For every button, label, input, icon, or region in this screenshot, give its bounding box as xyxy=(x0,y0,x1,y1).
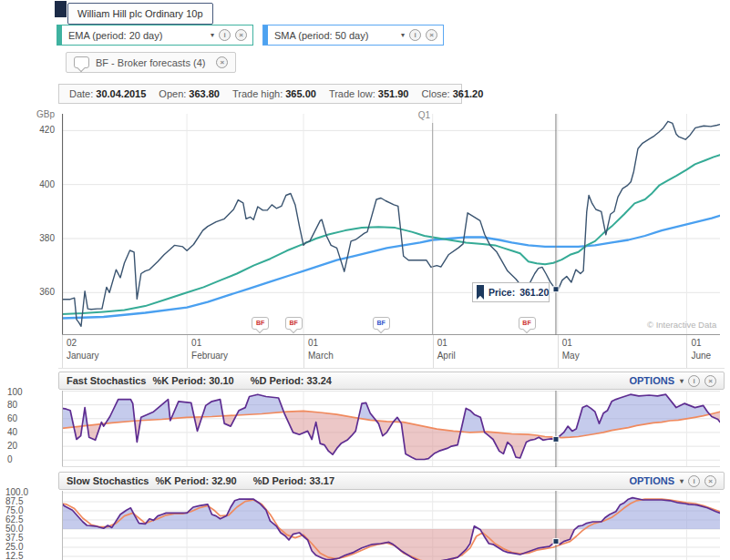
date-item: Date:30.04.2015 xyxy=(69,88,146,99)
ema-indicator-select[interactable]: EMA (period: 20 day) ▾ i × xyxy=(57,25,253,46)
options-menu[interactable]: OPTIONS xyxy=(629,375,674,386)
fast-k-value: %K Period: 30.10 xyxy=(152,375,233,386)
fast-crosshair-marker xyxy=(553,436,559,442)
fast-ytick-label: 80 xyxy=(7,401,17,410)
trade-low-item: Trade low:351.90 xyxy=(329,88,409,99)
price-tooltip-label: Price: xyxy=(488,287,515,298)
bf-marker[interactable]: BF xyxy=(519,317,536,330)
fast-ytick-label: 0 xyxy=(7,455,13,464)
bf-flag-icon xyxy=(74,56,89,68)
main-ytick-label: 400 xyxy=(18,180,55,189)
month-separator xyxy=(62,335,63,368)
fast-ytick-label: 40 xyxy=(7,428,17,437)
chevron-down-icon[interactable]: ▾ xyxy=(211,31,214,39)
info-icon[interactable]: i xyxy=(688,475,700,487)
slow-stochastics-title: Slow Stochastics xyxy=(67,475,149,486)
broker-forecasts-chip[interactable]: BF - Broker forecasts (4) × xyxy=(66,52,236,73)
price-flag-icon xyxy=(477,285,484,300)
tab-accent-block xyxy=(55,1,67,17)
month-name-label: April xyxy=(437,351,456,361)
slow-k-value: %K Period: 32.90 xyxy=(155,475,236,486)
slow-crosshair-marker xyxy=(553,539,559,545)
sma-indicator-select[interactable]: SMA (period: 50 day) ▾ i × xyxy=(262,25,444,46)
month-day-label: 01 xyxy=(308,338,318,348)
slow-ytick-label: 75.0 xyxy=(5,506,23,515)
info-icon[interactable]: i xyxy=(688,375,700,387)
close-icon[interactable]: × xyxy=(235,29,247,41)
copyright-notice: © Interactive Data xyxy=(647,320,716,330)
month-day-label: 02 xyxy=(67,338,77,348)
slow-ytick-label: 37.5 xyxy=(5,534,23,543)
close-icon[interactable]: × xyxy=(426,29,437,41)
info-icon[interactable]: i xyxy=(219,29,231,41)
y-axis-unit-label: GBp xyxy=(18,109,55,119)
main-ytick-label: 420 xyxy=(18,126,55,135)
price-tooltip-value: 361.20 xyxy=(519,287,549,298)
chevron-down-icon[interactable]: ▾ xyxy=(680,477,684,485)
fast-ytick-label: 60 xyxy=(7,414,17,423)
fast-d-value: %D Period: 33.24 xyxy=(251,375,332,386)
fast-stochastics-header: Fast Stochastics %K Period: 30.10 %D Per… xyxy=(58,372,725,390)
stock-chart-application: William Hill plc Ordinary 10p EMA (perio… xyxy=(0,0,730,560)
close-item: Close:361.20 xyxy=(422,88,484,99)
options-menu[interactable]: OPTIONS xyxy=(629,475,674,486)
sma-indicator-label: SMA (period: 50 day) xyxy=(268,30,396,41)
main-ytick-label: 360 xyxy=(18,288,55,297)
slow-ytick-label: 100.0 xyxy=(5,488,28,497)
trade-high-item: Trade high:365.00 xyxy=(232,88,316,99)
info-icon[interactable]: i xyxy=(409,29,421,41)
slow-ytick-label: 25.0 xyxy=(5,543,23,552)
bf-marker[interactable]: BF xyxy=(285,317,303,330)
month-name-label: May xyxy=(562,351,580,361)
fast-stochastics-chart[interactable] xyxy=(62,391,720,467)
price-tooltip: Price: 361.20 xyxy=(472,282,550,302)
month-day-label: 01 xyxy=(691,338,701,348)
slow-ytick-label: 50.0 xyxy=(5,524,23,534)
main-price-chart[interactable] xyxy=(62,114,720,335)
chevron-down-icon[interactable]: ▾ xyxy=(680,377,684,385)
month-name-label: January xyxy=(67,351,99,361)
chevron-down-icon[interactable]: ▾ xyxy=(401,31,405,39)
close-icon[interactable]: × xyxy=(216,56,228,68)
slow-stochastics-header: Slow Stochastics %K Period: 32.90 %D Per… xyxy=(58,472,725,490)
ohlc-summary-bar: Date:30.04.2015 Open:363.80 Trade high:3… xyxy=(58,84,462,104)
slow-stochastics-chart[interactable] xyxy=(62,491,720,560)
main-crosshair-marker xyxy=(553,287,559,292)
slow-ytick-label: 12.5 xyxy=(5,552,23,560)
close-icon[interactable]: × xyxy=(704,475,716,487)
month-name-label: March xyxy=(308,351,334,361)
instrument-tab[interactable]: William Hill plc Ordinary 10p xyxy=(67,3,213,25)
instrument-tab-label: William Hill plc Ordinary 10p xyxy=(77,8,203,19)
close-icon[interactable]: × xyxy=(704,375,716,387)
open-item: Open:363.80 xyxy=(159,88,220,99)
slow-ytick-label: 87.5 xyxy=(5,497,23,506)
month-separator xyxy=(187,335,188,368)
axis-bottom-divider xyxy=(58,368,725,369)
fast-ytick-label: 100 xyxy=(7,388,23,397)
fast-ytick-label: 20 xyxy=(7,442,17,451)
month-day-label: 01 xyxy=(437,338,447,348)
broker-forecasts-label: BF - Broker forecasts (4) xyxy=(96,57,205,68)
main-series-price xyxy=(62,121,720,326)
month-name-label: June xyxy=(691,351,711,361)
month-separator xyxy=(433,335,434,368)
month-name-label: February xyxy=(191,351,228,361)
month-separator xyxy=(686,335,687,368)
main-ytick-label: 380 xyxy=(18,234,55,243)
month-separator xyxy=(303,335,304,368)
month-day-label: 01 xyxy=(562,338,572,348)
bf-marker[interactable]: BF xyxy=(252,317,269,330)
bf-marker[interactable]: BF xyxy=(373,317,390,330)
main-series-ema--20-day- xyxy=(62,155,720,314)
month-day-label: 01 xyxy=(191,338,201,348)
ema-indicator-label: EMA (period: 20 day) xyxy=(62,30,205,41)
main-series-sma--50-day- xyxy=(62,216,720,319)
slow-d-value: %D Period: 33.17 xyxy=(253,475,334,486)
month-separator xyxy=(558,335,559,368)
slow-ytick-label: 62.5 xyxy=(5,515,23,524)
fast-stochastics-title: Fast Stochastics xyxy=(67,375,146,386)
